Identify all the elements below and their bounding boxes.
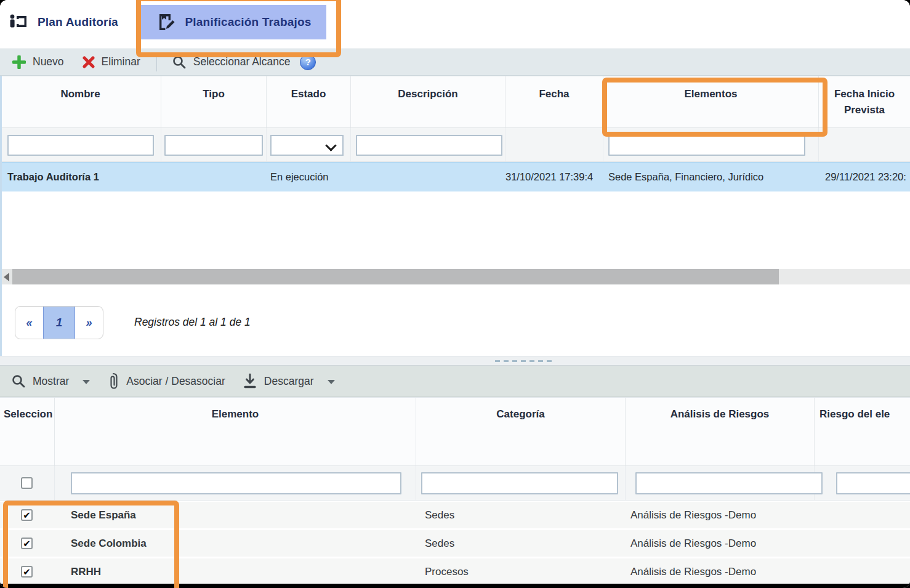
paperclip-icon — [107, 372, 119, 390]
job-row-trabajo-auditoria-1[interactable]: Trabajo Auditoría 1 En ejecución 31/10/2… — [0, 162, 910, 191]
job-fecha-value: 31/10/2021 17:39:4 — [505, 163, 603, 191]
help-icon[interactable]: ? — [300, 54, 316, 70]
job-fecha-inicio-value: 29/11/2021 23:20: — [819, 163, 910, 191]
element-analisis: Análisis de Riesgos -Demo — [626, 558, 815, 585]
panel-left-border — [0, 76, 2, 356]
element-row-sede-espana[interactable]: ✔ Sede España Sedes Análisis de Riesgos … — [0, 502, 910, 528]
column-header-descripcion[interactable]: Descripción — [351, 76, 505, 127]
filter-riesgo-input[interactable] — [836, 472, 910, 494]
job-descripcion-value — [351, 163, 505, 191]
job-estado-value: En ejecución — [267, 163, 351, 191]
planificacion-trabajos-window: Plan Auditoría Planificación Trabajos Nu… — [0, 0, 910, 588]
select-all-checkbox[interactable] — [21, 477, 33, 489]
splitter-drag-handle[interactable] — [495, 360, 552, 362]
tab-plan-auditoria[interactable]: Plan Auditoría — [9, 6, 118, 38]
window-bottom-edge — [0, 584, 910, 588]
search-icon — [11, 374, 26, 389]
jobs-filter-row — [0, 128, 910, 162]
jobs-table-header: Nombre Tipo Estado Descripción Fecha Ele… — [0, 76, 910, 128]
seleccionar-alcance-button[interactable]: Seleccionar Alcance — [172, 55, 291, 70]
toolbar-divider — [156, 53, 157, 71]
scroll-left-button[interactable] — [0, 269, 12, 284]
elements-filter-row — [0, 466, 910, 501]
filter-descripcion-input[interactable] — [356, 135, 502, 156]
tab-bar: Plan Auditoría Planificación Trabajos — [0, 0, 910, 48]
descargar-button[interactable]: Descargar — [243, 373, 335, 389]
asociar-desasociar-button[interactable]: Asociar / Desasociar — [107, 372, 225, 390]
filter-tipo-input[interactable] — [164, 135, 263, 156]
seleccionar-alcance-label: Seleccionar Alcance — [193, 55, 291, 68]
job-tipo-value — [161, 163, 267, 191]
filter-categoria-input[interactable] — [421, 472, 618, 494]
element-link[interactable]: RRHH — [55, 558, 416, 585]
records-summary: Registros del 1 al 1 de 1 — [134, 316, 251, 329]
column-header-seleccionar[interactable]: Seleccion — [0, 398, 55, 465]
element-categoria: Procesos — [416, 558, 626, 585]
check-icon: ✔ — [23, 509, 31, 521]
x-icon — [83, 56, 95, 68]
element-categoria: Sedes — [416, 530, 626, 557]
asociar-desasociar-label: Asociar / Desasociar — [126, 375, 225, 388]
tab-planificacion-trabajos[interactable]: Planificación Trabajos — [141, 5, 326, 39]
filter-elemento-input[interactable] — [71, 472, 401, 494]
tab-plan-auditoria-label: Plan Auditoría — [38, 15, 118, 29]
mostrar-label: Mostrar — [33, 375, 69, 388]
scrollbar-thumb[interactable] — [12, 269, 779, 284]
column-header-categoria[interactable]: Categoría — [416, 398, 626, 465]
element-analisis: Análisis de Riesgos -Demo — [626, 502, 815, 528]
element-link[interactable]: Sede España — [55, 502, 416, 528]
filter-nombre-input[interactable] — [7, 135, 154, 156]
element-riesgo — [815, 502, 910, 528]
element-link[interactable]: Sede Colombia — [55, 530, 416, 557]
eliminar-label: Eliminar — [102, 55, 140, 68]
column-header-fecha[interactable]: Fecha — [505, 76, 603, 127]
person-board-icon — [9, 12, 30, 32]
horizontal-scrollbar[interactable] — [0, 269, 910, 284]
elements-toolbar: Mostrar Asociar / Desasociar Descargar — [0, 366, 910, 397]
row-checkbox[interactable]: ✔ — [21, 566, 33, 578]
dropdown-arrow-icon — [328, 380, 335, 384]
check-icon: ✔ — [23, 538, 31, 549]
job-name-link[interactable]: Trabajo Auditoría 1 — [0, 163, 161, 191]
jobs-toolbar: Nuevo Eliminar Seleccionar Alcance ? — [0, 48, 910, 76]
descargar-label: Descargar — [264, 375, 314, 388]
element-analisis: Análisis de Riesgos -Demo — [626, 530, 815, 557]
page-first-button[interactable]: « — [15, 307, 43, 339]
check-icon: ✔ — [23, 566, 31, 578]
element-riesgo — [815, 530, 910, 557]
nuevo-label: Nuevo — [33, 55, 64, 68]
search-icon — [172, 55, 187, 70]
mostrar-button[interactable]: Mostrar — [11, 374, 90, 389]
column-header-nombre[interactable]: Nombre — [0, 76, 161, 127]
tab-planificacion-trabajos-label: Planificación Trabajos — [185, 15, 311, 29]
element-row-sede-colombia[interactable]: ✔ Sede Colombia Sedes Análisis de Riesgo… — [0, 530, 910, 557]
download-icon — [243, 373, 257, 389]
column-header-elementos[interactable]: Elementos — [603, 76, 819, 127]
chevron-down-icon — [325, 140, 336, 151]
dropdown-arrow-icon — [83, 380, 90, 384]
filter-analisis-input[interactable] — [635, 472, 823, 494]
row-checkbox[interactable]: ✔ — [21, 538, 33, 549]
column-header-tipo[interactable]: Tipo — [161, 76, 267, 127]
scroll-left-arrow-icon — [4, 273, 9, 281]
column-header-estado[interactable]: Estado — [267, 76, 351, 127]
job-elementos-value: Sede España, Financiero, Jurídico — [603, 163, 819, 191]
column-header-elemento[interactable]: Elemento — [55, 398, 416, 465]
filter-elementos-input[interactable] — [608, 135, 805, 156]
column-header-riesgo-del-elemento[interactable]: Riesgo del ele — [815, 398, 910, 465]
eliminar-button[interactable]: Eliminar — [83, 55, 140, 68]
plus-icon — [12, 55, 26, 69]
element-riesgo — [815, 558, 910, 585]
page-current[interactable]: 1 — [43, 307, 75, 339]
bookmark-pencil-icon — [156, 12, 177, 33]
element-row-rrhh[interactable]: ✔ RRHH Procesos Análisis de Riesgos -Dem… — [0, 558, 910, 585]
panel-splitter — [0, 356, 910, 366]
column-header-analisis-de-riesgos[interactable]: Análisis de Riesgos — [626, 398, 815, 465]
element-categoria: Sedes — [416, 502, 626, 528]
filter-estado-select[interactable] — [270, 135, 344, 156]
column-header-fecha-inicio-prevista[interactable]: Fecha Inicio Prevista — [819, 76, 910, 127]
pagination-control: « 1 » — [15, 306, 103, 339]
row-checkbox[interactable]: ✔ — [21, 509, 33, 521]
nuevo-button[interactable]: Nuevo — [12, 55, 64, 69]
page-last-button[interactable]: » — [75, 307, 103, 339]
